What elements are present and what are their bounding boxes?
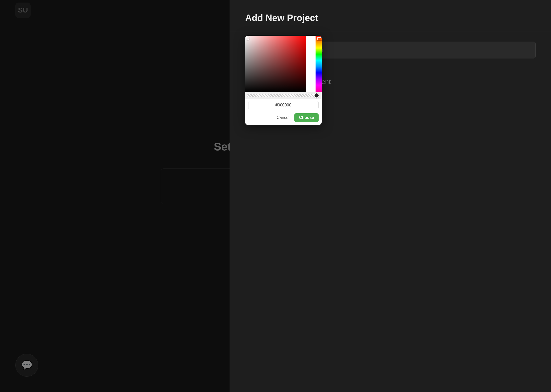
opacity-track[interactable] [247, 94, 320, 97]
gradient-cursor[interactable] [246, 36, 249, 40]
choose-picker-button[interactable]: Choose [294, 113, 319, 122]
hex-input[interactable] [248, 101, 319, 109]
opacity-handle[interactable] [314, 93, 319, 98]
gradient-main [245, 36, 306, 92]
hue-handle[interactable] [317, 37, 322, 40]
hex-row [245, 99, 322, 111]
color-gradient-area[interactable] [245, 36, 322, 92]
modal-panel: Add New Project [230, 0, 551, 392]
project-name-row: Cancel Choose [230, 31, 551, 66]
modal-title: Add New Project [245, 13, 536, 23]
color-picker-popup: Cancel Choose [245, 36, 322, 125]
picker-actions: Cancel Choose [245, 111, 322, 125]
opacity-row [245, 92, 322, 99]
gradient-hue[interactable] [316, 36, 322, 92]
modal-header: Add New Project [230, 0, 551, 31]
cancel-picker-button[interactable]: Cancel [274, 113, 292, 122]
